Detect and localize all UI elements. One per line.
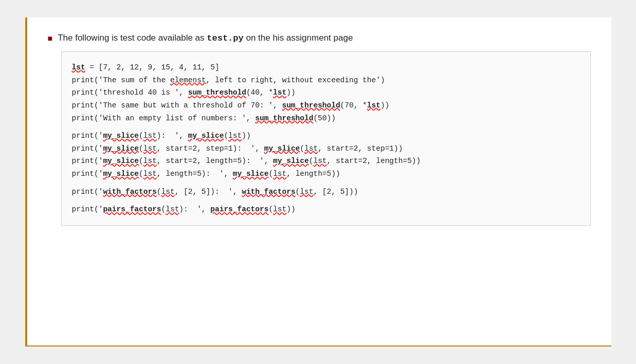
code-line-6: print('my_slice(lst): ', my_slice(lst))	[72, 130, 580, 142]
code-line-8: print('my_slice(lst, start=2, length=5):…	[72, 155, 580, 168]
code-blank-3	[72, 198, 580, 203]
code-line-1: lst = [7, 2, 12, 9, 15, 4, 11, 5]	[72, 61, 580, 74]
code-line-4: print('The same but with a threshold of …	[72, 99, 580, 112]
code-line-3: print('threshold 40 is ', sum_threshold(…	[72, 86, 580, 99]
code-line-5: print('With an empty list of numbers: ',…	[72, 112, 580, 125]
code-line-9: print('my_slice(lst, length=5): ', my_sl…	[72, 168, 580, 180]
code-blank-1	[72, 124, 580, 130]
bullet-section: ■ The following is test code available a…	[48, 33, 591, 43]
bullet-icon: ■	[48, 34, 53, 43]
code-line-10: print('with_factors(lst, [2, 5]): ', wit…	[72, 186, 580, 198]
code-line-7: print('my_slice(lst, start=2, step=1): '…	[72, 142, 580, 155]
code-line-11: print('pairs_factors(lst): ', pairs_fact…	[72, 203, 580, 216]
code-box: lst = [7, 2, 12, 9, 15, 4, 11, 5] print(…	[61, 51, 591, 226]
desc-prefix: The following is test code available as	[58, 33, 207, 43]
desc-suffix: on the his assignment page	[244, 33, 353, 43]
description-text: The following is test code available as …	[58, 33, 353, 43]
code-line-2: print('The sum of the elemenst, left to …	[72, 74, 580, 87]
page-container: ■ The following is test code available a…	[25, 17, 611, 347]
code-blank-2	[72, 180, 580, 186]
desc-code: test.py	[207, 33, 243, 43]
